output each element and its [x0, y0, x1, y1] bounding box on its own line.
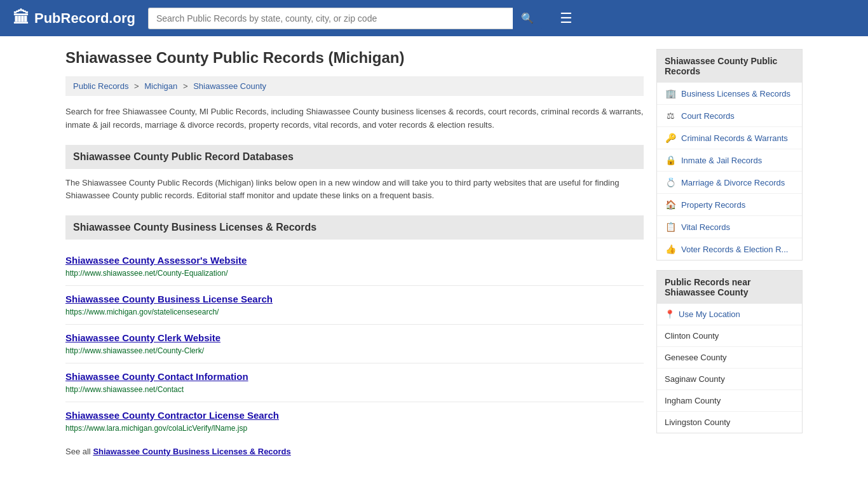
menu-icon: ☰: [560, 10, 573, 26]
nearby-county-item[interactable]: Clinton County: [657, 325, 802, 347]
record-link-url: http://www.shiawassee.net/County-Equaliz…: [65, 269, 227, 278]
db-description: The Shiawassee County Public Records (Mi…: [65, 177, 644, 203]
business-section-header: Shiawassee County Business Licenses & Re…: [65, 215, 644, 240]
sidebar-record-label: Inmate & Jail Records: [681, 156, 762, 165]
logo-text: PubRecord.org: [34, 10, 135, 27]
nearby-sidebar-box: Public Records near Shiawassee County 📍 …: [656, 270, 803, 433]
sidebar-record-icon: 🔒: [665, 155, 676, 165]
nearby-county-item[interactable]: Livingston County: [657, 412, 802, 433]
search-button[interactable]: 🔍: [513, 6, 542, 30]
breadcrumb-public-records[interactable]: Public Records: [73, 81, 128, 91]
sidebar-record-label: Vital Records: [681, 222, 730, 232]
sidebar-record-item[interactable]: 📋 Vital Records: [657, 216, 802, 238]
use-location-item[interactable]: 📍 Use My Location: [657, 304, 802, 325]
breadcrumb-michigan[interactable]: Michigan: [144, 81, 177, 91]
records-sidebar-box: Shiawassee County Public Records 🏢 Busin…: [656, 49, 803, 261]
sidebar-record-label: Court Records: [681, 111, 735, 121]
breadcrumb: Public Records > Michigan > Shiawassee C…: [65, 76, 644, 96]
use-location-label: Use My Location: [679, 309, 740, 319]
nearby-county-item[interactable]: Genesee County: [657, 347, 802, 369]
site-header: 🏛 PubRecord.org 🔍 ☰: [0, 0, 868, 36]
nearby-county-item[interactable]: Ingham County: [657, 390, 802, 412]
record-link-url: https://www.michigan.gov/statelicensesea…: [65, 308, 219, 316]
search-icon: 🔍: [521, 13, 534, 24]
record-links-list: Shiawassee County Assessor's Website htt…: [65, 247, 644, 440]
record-link-title[interactable]: Shiawassee County Clerk Website: [65, 332, 644, 343]
sidebar-record-icon: ⚖: [665, 111, 676, 121]
main-container: Shiawassee County Public Records (Michig…: [53, 36, 815, 469]
record-link-url: https://www.lara.michigan.gov/colaLicVer…: [65, 424, 247, 433]
sidebar-record-label: Property Records: [681, 200, 745, 210]
page-description: Search for free Shiawassee County, MI Pu…: [65, 105, 644, 132]
list-item: Shiawassee County Clerk Website http://w…: [65, 325, 644, 363]
nearby-county-item[interactable]: Saginaw County: [657, 369, 802, 390]
page-title: Shiawassee County Public Records (Michig…: [65, 49, 644, 67]
sidebar-record-label: Business Licenses & Records: [681, 89, 790, 98]
nearby-sidebar-header: Public Records near Shiawassee County: [657, 271, 802, 304]
sidebar-record-label: Voter Records & Election R...: [681, 245, 788, 254]
location-icon: 📍: [665, 309, 675, 319]
records-sidebar-header: Shiawassee County Public Records: [657, 50, 802, 83]
see-all-link[interactable]: Shiawassee County Business Licenses & Re…: [93, 447, 290, 456]
record-link-title[interactable]: Shiawassee County Business License Searc…: [65, 294, 644, 304]
sidebar-record-item[interactable]: 🔑 Criminal Records & Warrants: [657, 127, 802, 149]
search-input[interactable]: [148, 8, 513, 29]
site-logo[interactable]: 🏛 PubRecord.org: [13, 8, 135, 28]
search-bar: 🔍: [148, 6, 542, 30]
sidebar-record-icon: 🏢: [665, 88, 676, 98]
sidebar-record-icon: 🏠: [665, 200, 676, 210]
record-link-title[interactable]: Shiawassee County Contractor License Sea…: [65, 410, 644, 421]
sidebar-record-item[interactable]: 💍 Marriage & Divorce Records: [657, 172, 802, 194]
sidebar-record-icon: 📋: [665, 222, 676, 232]
sidebar-record-item[interactable]: ⚖ Court Records: [657, 105, 802, 127]
list-item: Shiawassee County Contractor License Sea…: [65, 402, 644, 440]
logo-icon: 🏛: [13, 8, 29, 28]
sidebar-record-label: Marriage & Divorce Records: [681, 178, 785, 187]
content-area: Shiawassee County Public Records (Michig…: [65, 49, 644, 456]
sidebar-record-item[interactable]: 🏠 Property Records: [657, 194, 802, 216]
sidebar: Shiawassee County Public Records 🏢 Busin…: [656, 49, 803, 456]
list-item: Shiawassee County Contact Information ht…: [65, 363, 644, 402]
sidebar-record-item[interactable]: 👍 Voter Records & Election R...: [657, 238, 802, 260]
list-item: Shiawassee County Assessor's Website htt…: [65, 247, 644, 286]
sidebar-record-icon: 👍: [665, 244, 676, 254]
record-link-title[interactable]: Shiawassee County Contact Information: [65, 371, 644, 382]
list-item: Shiawassee County Business License Searc…: [65, 286, 644, 325]
sidebar-record-icon: 🔑: [665, 133, 676, 143]
sidebar-record-label: Criminal Records & Warrants: [681, 133, 788, 143]
sidebar-record-icon: 💍: [665, 177, 676, 187]
see-all: See all Shiawassee County Business Licen…: [65, 447, 644, 456]
record-link-url: http://www.shiawassee.net/Contact: [65, 385, 184, 394]
record-link-title[interactable]: Shiawassee County Assessor's Website: [65, 255, 644, 266]
sidebar-record-item[interactable]: 🔒 Inmate & Jail Records: [657, 149, 802, 172]
db-section-header: Shiawassee County Public Record Database…: [65, 145, 644, 169]
nearby-counties-list: Clinton CountyGenesee CountySaginaw Coun…: [657, 325, 802, 433]
breadcrumb-shiawassee[interactable]: Shiawassee County: [193, 81, 266, 91]
menu-button[interactable]: ☰: [560, 10, 573, 27]
records-sidebar-items: 🏢 Business Licenses & Records ⚖ Court Re…: [657, 83, 802, 260]
record-link-url: http://www.shiawassee.net/County-Clerk/: [65, 346, 204, 355]
sidebar-record-item[interactable]: 🏢 Business Licenses & Records: [657, 83, 802, 105]
